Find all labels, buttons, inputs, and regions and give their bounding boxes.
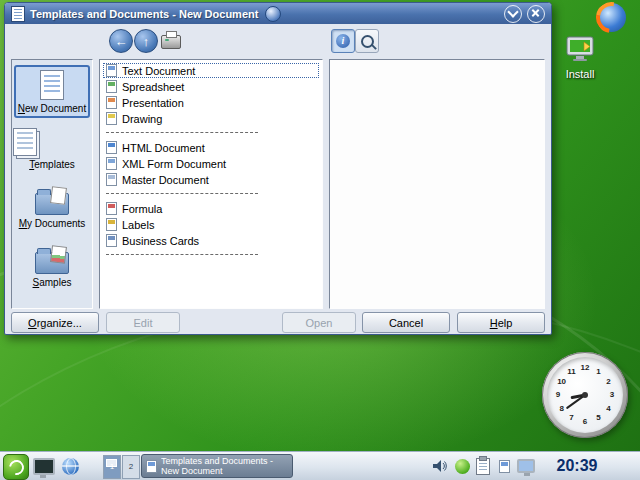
master-document-icon (106, 173, 117, 186)
list-item[interactable]: Presentation (103, 95, 319, 110)
clock-face: 121234567891011 (547, 357, 623, 433)
organize-button[interactable]: Organize... (11, 312, 99, 333)
help-button[interactable]: Help (457, 312, 545, 333)
updater-tray-button[interactable] (452, 456, 472, 476)
text-document-icon (106, 64, 117, 77)
analog-clock-widget[interactable]: 121234567891011 (542, 352, 628, 438)
clock-numeral: 6 (579, 417, 591, 426)
list-item[interactable]: Spreadsheet (103, 79, 319, 94)
display-tray-button[interactable] (516, 456, 536, 476)
magnifier-icon (361, 35, 374, 48)
clock-numeral: 10 (556, 377, 568, 386)
pager-desktop-1[interactable]: 1 (103, 455, 121, 479)
list-item[interactable]: Master Document (103, 172, 319, 187)
edit-button: Edit (106, 312, 180, 333)
pager-desktop-2[interactable]: 2 (122, 455, 140, 479)
clock-numeral: 12 (579, 363, 591, 372)
close-button[interactable] (527, 5, 545, 23)
html-document-icon (106, 141, 117, 154)
volume-tray-button[interactable] (430, 456, 450, 476)
print-icon (161, 35, 181, 49)
clock-center-cap (582, 392, 588, 398)
shade-button[interactable] (504, 5, 522, 23)
dialog-button-row: Organize...EditOpenCancelHelp (5, 312, 551, 334)
info-icon (336, 34, 350, 48)
updater-icon (455, 459, 470, 474)
desktop-pager[interactable]: 12 (103, 455, 140, 479)
preview-toggle[interactable] (355, 29, 379, 53)
new-document-icon (40, 70, 64, 100)
firefox-icon[interactable] (597, 3, 626, 32)
document-icon (499, 460, 510, 473)
text-document-icon (146, 460, 157, 473)
terminal-launcher[interactable] (32, 455, 56, 477)
install-monitor-icon (565, 36, 595, 62)
formula-icon (106, 202, 117, 215)
kmenu-button[interactable] (3, 454, 29, 480)
list-item[interactable]: XML Form Document (103, 156, 319, 171)
klipper-icon (476, 458, 490, 475)
button-label: Cancel (363, 317, 449, 329)
templates-icon (13, 128, 37, 156)
list-item[interactable]: Formula (103, 201, 319, 216)
preview-pane (329, 59, 545, 309)
list-separator (106, 254, 258, 255)
document-properties-toggle[interactable] (331, 29, 355, 53)
sidebar-item-my-documents[interactable]: My Documents (14, 179, 90, 233)
clock-numeral: 4 (602, 404, 614, 413)
titlebar[interactable]: Templates and Documents - New Document (5, 3, 551, 24)
sidebar-item-templates[interactable]: Templates (14, 123, 90, 174)
list-item-label: Formula (122, 203, 162, 215)
drawing-icon (106, 112, 117, 125)
sidebar-item-label: New Document (16, 103, 88, 114)
pager-desktop-number: 2 (129, 462, 133, 471)
list-item[interactable]: Drawing (103, 111, 319, 126)
sidebar-item-new-document[interactable]: New Document (14, 65, 90, 118)
list-item-label: Master Document (122, 174, 209, 186)
cancel-button[interactable]: Cancel (362, 312, 450, 333)
taskbar: 12 Templates and Documents - New Documen… (0, 451, 640, 480)
list-item[interactable]: HTML Document (103, 140, 319, 155)
task-button[interactable]: Templates and Documents - New Document (141, 454, 293, 478)
list-item-label: Business Cards (122, 235, 199, 247)
sidebar-item-label: Samples (16, 277, 88, 288)
up-button[interactable] (134, 29, 158, 53)
sidebar-item-samples[interactable]: Samples (14, 238, 90, 292)
klipper-tray-button[interactable] (473, 456, 493, 476)
clock-numeral: 9 (552, 390, 564, 399)
list-item-label: Presentation (122, 97, 184, 109)
back-button[interactable] (109, 29, 133, 53)
dialog-toolbar (5, 25, 551, 57)
badge-icon (265, 6, 281, 22)
presentation-icon (106, 96, 117, 109)
desktop-icon-label: Install (552, 68, 608, 80)
clock-numeral: 3 (606, 390, 618, 399)
digital-clock[interactable]: 20:39 (544, 452, 610, 480)
list-item[interactable]: Business Cards (103, 233, 319, 248)
volume-icon (431, 457, 449, 475)
list-item[interactable]: Labels (103, 217, 319, 232)
window-title: Templates and Documents - New Document (30, 8, 258, 20)
print-button[interactable] (158, 29, 184, 55)
browser-launcher[interactable] (58, 455, 82, 477)
samples-icon (35, 252, 69, 274)
globe-icon (62, 458, 79, 475)
open-button: Open (282, 312, 356, 333)
list-item-label: Spreadsheet (122, 81, 184, 93)
clock-numeral: 2 (602, 377, 614, 386)
display-icon (517, 459, 535, 473)
templates-dialog-window: Templates and Documents - New Document N… (4, 2, 552, 335)
labels-icon (106, 218, 117, 231)
list-item-label: Text Document (122, 65, 195, 77)
sidebar-item-label: My Documents (16, 218, 88, 229)
list-item[interactable]: Text Document (103, 63, 319, 78)
document-tray-button[interactable] (494, 456, 514, 476)
clock-numeral: 1 (593, 367, 605, 376)
desktop: Install Templates and Documents - New Do… (0, 0, 640, 480)
spreadsheet-icon (106, 80, 117, 93)
list-separator (106, 193, 258, 194)
button-label: Organize... (12, 317, 98, 329)
button-label: Edit (107, 317, 179, 329)
clock-numeral: 5 (593, 413, 605, 422)
desktop-icon-install[interactable]: Install (552, 36, 608, 80)
